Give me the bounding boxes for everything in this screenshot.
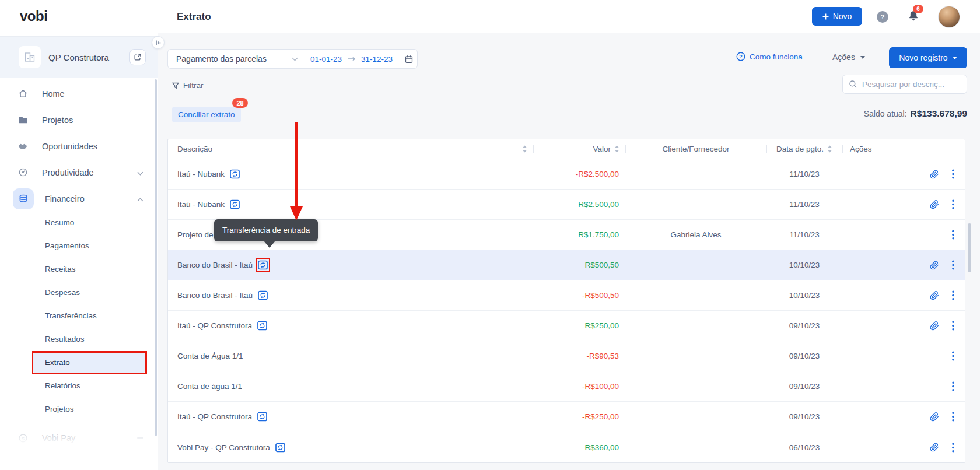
sidebar-item-oportunidades[interactable]: Oportunidades [0, 133, 158, 159]
sidebar-collapse-button[interactable] [152, 36, 164, 49]
help-icon[interactable]: ? [877, 11, 888, 23]
how-it-works-link[interactable]: ? Como funciona [736, 52, 803, 61]
description-text: Itaú - Nubank [177, 170, 225, 178]
chevron-down-icon [137, 168, 144, 177]
transactions-table: Descrição Valor Cliente/Fornecedor Data … [167, 139, 965, 463]
cell-value: R$1.750,00 [533, 230, 625, 239]
top-header: Extrato Novo ? 6 [158, 0, 980, 33]
column-header-data[interactable]: Data de pgto. [766, 139, 842, 159]
sidebar-subitem-transferências[interactable]: Transferências [0, 304, 158, 328]
sidebar-subitem-relatórios[interactable]: Relatórios [0, 374, 158, 398]
kebab-menu-icon[interactable] [952, 381, 954, 391]
new-record-button[interactable]: Novo registro [889, 47, 967, 68]
attachment-icon[interactable] [930, 261, 939, 270]
attachment-icon[interactable] [930, 443, 939, 452]
table-row[interactable]: Itaú - Nubank R$2.500,00 11/10/23 [168, 190, 965, 220]
folder-icon [18, 115, 28, 124]
sidebar-item-projetos[interactable]: Projetos [0, 107, 158, 133]
plus-icon [822, 13, 829, 20]
kebab-menu-icon[interactable] [952, 169, 954, 179]
table-row[interactable]: Banco do Brasil - Itaú -R$500,50 10/10/2… [168, 280, 965, 311]
sort-icon[interactable] [522, 145, 527, 153]
sidebar-item-produtividade[interactable]: Produtividade [0, 159, 158, 185]
sidebar-item-label: Home [42, 89, 65, 99]
cell-description: Vobi Pay - QP Construtora [168, 443, 533, 453]
sidebar-item-vobi-pay[interactable]: $ Vobi Pay [0, 426, 158, 450]
transfer-icon-annotated[interactable] [258, 260, 268, 270]
sidebar-subitem-extrato[interactable]: Extrato [0, 351, 158, 374]
open-external-button[interactable] [130, 49, 146, 65]
attachment-icon[interactable] [930, 200, 939, 209]
date-range-picker[interactable]: 01-01-23 31-12-23 [306, 50, 417, 68]
reconcile-statement-button[interactable]: Conciliar extrato [172, 107, 241, 122]
filter-link[interactable]: Filtrar [172, 81, 204, 90]
account-filter-value: Pagamento das parcelas [176, 54, 267, 64]
cell-description: Conta de água 1/1 [168, 382, 533, 391]
how-it-works-label: Como funciona [750, 52, 803, 61]
new-button[interactable]: Novo [812, 7, 862, 26]
table-row[interactable]: Vobi Pay - QP Construtora R$360,00 06/10… [168, 432, 965, 462]
sidebar-subitem-despesas[interactable]: Despesas [0, 281, 158, 304]
transfer-icon[interactable] [257, 321, 267, 331]
sidebar-subitem-resumo[interactable]: Resumo [0, 211, 158, 234]
kebab-menu-icon[interactable] [952, 321, 954, 331]
transfer-icon[interactable] [257, 412, 267, 422]
table-row[interactable]: Conta de Água 1/1 -R$90,53 09/10/23 [168, 341, 965, 371]
sidebar-subitem-pagamentos[interactable]: Pagamentos [0, 234, 158, 258]
table-row[interactable]: Banco do Brasil - Itaú R$500,50 10/10/23 [168, 250, 965, 280]
cell-actions [842, 230, 965, 240]
attachment-icon[interactable] [930, 291, 939, 300]
transfer-icon[interactable] [230, 199, 240, 209]
coins-icon [13, 188, 34, 209]
kebab-menu-icon[interactable] [952, 199, 954, 209]
kebab-menu-icon[interactable] [952, 351, 954, 361]
date-from[interactable]: 01-01-23 [310, 55, 342, 64]
table-row[interactable]: Itaú - QP Construtora R$250,00 09/10/23 [168, 311, 965, 341]
transfer-icon[interactable] [230, 169, 240, 179]
sidebar-item-financeiro[interactable]: Financeiro [0, 185, 158, 212]
transfer-icon[interactable] [258, 290, 268, 300]
page-scrollbar[interactable] [968, 223, 971, 272]
date-to[interactable]: 31-12-23 [361, 55, 393, 64]
caret-down-icon [860, 56, 865, 59]
sidebar-subitem-projetos[interactable]: Projetos [0, 398, 158, 421]
sidebar-item-home[interactable]: Home [0, 80, 158, 107]
attachment-icon[interactable] [930, 412, 939, 422]
account-filter-select[interactable]: Pagamento das parcelas [168, 50, 306, 68]
table-row[interactable]: Itaú - Nubank -R$2.500,00 11/10/23 [168, 159, 965, 190]
column-header-descricao[interactable]: Descrição [168, 139, 533, 159]
sort-icon[interactable] [614, 145, 620, 153]
transfer-icon[interactable] [275, 443, 285, 453]
reconcile-label: Conciliar extrato [178, 110, 235, 119]
avatar[interactable] [938, 6, 960, 28]
table-row[interactable]: Conta de água 1/1 -R$100,00 09/10/23 [168, 371, 965, 402]
sidebar-subitem-label: Pagamentos [45, 241, 89, 250]
app-window: vobi QP Construtora [0, 0, 980, 470]
kebab-menu-icon[interactable] [952, 290, 954, 300]
sidebar-subitem-resultados[interactable]: Resultados [0, 328, 158, 351]
attachment-icon[interactable] [930, 170, 939, 179]
cell-date: 09/10/23 [766, 412, 842, 421]
attachment-icon[interactable] [930, 321, 939, 331]
actions-dropdown[interactable]: Ações [832, 52, 865, 62]
workspace-switcher[interactable]: QP Construtora [0, 36, 158, 78]
table-row[interactable]: Itaú - QP Construtora -R$250,00 09/10/23 [168, 402, 965, 432]
cell-value: R$2.500,00 [533, 200, 625, 209]
tooltip: Transferência de entrada [214, 219, 318, 241]
actions-label: Ações [832, 52, 855, 62]
cell-value: -R$500,50 [533, 291, 625, 300]
search-input[interactable] [862, 80, 961, 89]
building-icon [19, 46, 41, 68]
balance-label: Saldo atual: [864, 109, 907, 118]
reconcile-count-badge: 28 [232, 98, 248, 108]
cell-actions [842, 169, 965, 179]
sidebar-subitem-receitas[interactable]: Receitas [0, 258, 158, 281]
kebab-menu-icon[interactable] [952, 443, 954, 453]
sort-icon[interactable] [827, 145, 832, 153]
kebab-menu-icon[interactable] [952, 412, 954, 422]
column-header-cliente[interactable]: Cliente/Fornecedor [625, 139, 766, 159]
column-header-valor[interactable]: Valor [533, 139, 625, 159]
sidebar-scrollbar[interactable] [155, 79, 157, 436]
kebab-menu-icon[interactable] [952, 230, 954, 240]
kebab-menu-icon[interactable] [952, 260, 954, 270]
